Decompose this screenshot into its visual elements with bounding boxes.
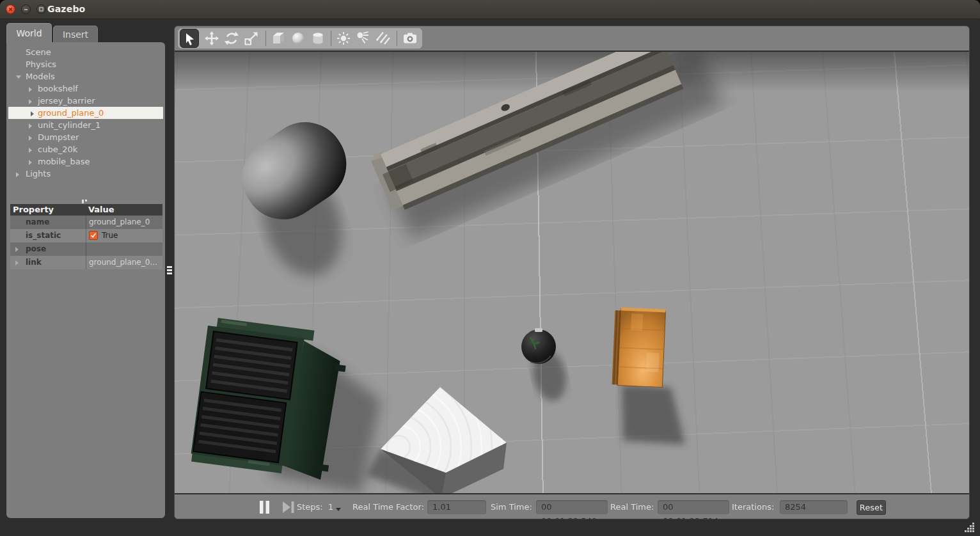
tree-item-physics[interactable]: Physics — [6, 58, 165, 70]
chevron-down-icon[interactable] — [16, 75, 21, 79]
tab-world[interactable]: World — [6, 23, 52, 43]
directional-light-icon[interactable] — [373, 29, 392, 48]
chevron-right-icon[interactable] — [29, 87, 32, 92]
property-row-is-static[interactable]: is_static True — [10, 229, 162, 242]
tree-item-mobile-base[interactable]: mobile_base — [6, 155, 165, 168]
step-icon[interactable] — [281, 500, 296, 514]
select-tool-icon[interactable] — [180, 29, 199, 48]
tree-item-jersey-barrier[interactable]: jersey_barrier — [6, 95, 165, 107]
iterations-label: Iterations: — [732, 502, 774, 512]
render-viewport-3d[interactable] — [175, 51, 969, 493]
property-table-header: Property Value — [10, 204, 162, 216]
real-time-field[interactable]: 00 00:01:23.714 — [658, 500, 729, 514]
sim-time-field[interactable]: 00 00:01:22.540 — [536, 500, 608, 514]
chevron-right-icon[interactable] — [31, 111, 34, 116]
tree-item-models[interactable]: Models — [6, 70, 165, 83]
chevron-right-icon[interactable] — [15, 260, 19, 265]
simulation-status-bar: Steps: 1 Real Time Factor: 1.01 Sim Time… — [175, 493, 969, 519]
real-time-label: Real Time: — [610, 502, 654, 512]
rtf-field[interactable]: 1.01 — [427, 500, 486, 514]
tree-item-unit-cylinder-1[interactable]: unit_cylinder_1 — [6, 119, 165, 131]
point-light-icon[interactable] — [334, 29, 353, 48]
scene-tree: Scene Physics Models bookshelf jersey_ba… — [6, 46, 165, 180]
window-title: Gazebo — [47, 4, 85, 14]
sphere-shape-icon[interactable] — [288, 29, 308, 48]
tree-item-cube-20k[interactable]: cube_20k — [6, 143, 165, 155]
steps-label: Steps: — [297, 502, 323, 512]
chevron-right-icon[interactable] — [29, 99, 32, 104]
chevron-right-icon[interactable] — [29, 148, 32, 153]
screenshot-camera-icon[interactable] — [400, 29, 420, 48]
cylinder-shape-icon[interactable] — [308, 29, 328, 48]
tree-item-ground-plane-0-selected[interactable]: ground_plane_0 — [8, 107, 163, 119]
property-row-pose[interactable]: pose — [10, 242, 162, 256]
property-value-is-static: True — [102, 231, 118, 240]
gazebo-window: Gazebo World Insert Scene Physics Models… — [0, 0, 980, 536]
property-table: Property Value name ground_plane_0 is_st… — [10, 204, 162, 269]
property-splitter-handle[interactable] — [82, 200, 91, 202]
render-panel: Steps: 1 Real Time Factor: 1.01 Sim Time… — [174, 26, 970, 519]
tab-insert[interactable]: Insert — [53, 26, 98, 43]
property-value-link: ground_plane_0... — [86, 256, 162, 269]
tree-item-scene[interactable]: Scene — [6, 46, 165, 58]
property-row-name[interactable]: name ground_plane_0 — [10, 216, 162, 229]
spot-light-icon[interactable] — [354, 29, 373, 48]
property-value-name: ground_plane_0 — [86, 216, 162, 229]
steps-value[interactable]: 1 — [328, 502, 333, 512]
minimize-icon[interactable] — [21, 4, 31, 14]
sim-time-label: Sim Time: — [491, 502, 532, 512]
pause-icon[interactable] — [258, 500, 272, 514]
translate-tool-icon[interactable] — [202, 29, 221, 48]
box-shape-icon[interactable] — [269, 29, 288, 48]
resize-grip[interactable] — [965, 523, 975, 533]
chevron-right-icon[interactable] — [15, 247, 19, 252]
steps-spinner-down-icon[interactable] — [336, 508, 341, 511]
chevron-right-icon[interactable] — [29, 123, 32, 129]
chevron-right-icon[interactable] — [29, 136, 32, 141]
column-header-property: Property — [10, 204, 86, 216]
maximize-icon[interactable] — [36, 4, 46, 14]
render-toolbar — [175, 26, 969, 51]
world-panel: Scene Physics Models bookshelf jersey_ba… — [6, 42, 165, 518]
chevron-right-icon[interactable] — [16, 172, 19, 177]
close-icon[interactable] — [6, 4, 15, 14]
tree-item-dumpster[interactable]: Dumpster — [6, 131, 165, 143]
checkbox-checked-icon[interactable] — [89, 231, 98, 240]
tree-item-bookshelf[interactable]: bookshelf — [6, 83, 165, 95]
reset-button[interactable]: Reset — [857, 500, 886, 515]
rotate-tool-icon[interactable] — [222, 29, 241, 48]
scale-tool-icon[interactable] — [242, 29, 261, 48]
rtf-label: Real Time Factor: — [352, 502, 424, 512]
chevron-right-icon[interactable] — [29, 160, 32, 165]
title-bar[interactable]: Gazebo — [0, 0, 980, 19]
iterations-field[interactable]: 8254 — [780, 500, 848, 514]
panel-splitter-handle[interactable] — [167, 266, 172, 278]
tree-item-lights[interactable]: Lights — [6, 168, 165, 180]
property-row-link[interactable]: link ground_plane_0... — [10, 256, 162, 269]
model-bookshelf[interactable] — [612, 307, 665, 387]
column-header-value: Value — [86, 204, 162, 216]
